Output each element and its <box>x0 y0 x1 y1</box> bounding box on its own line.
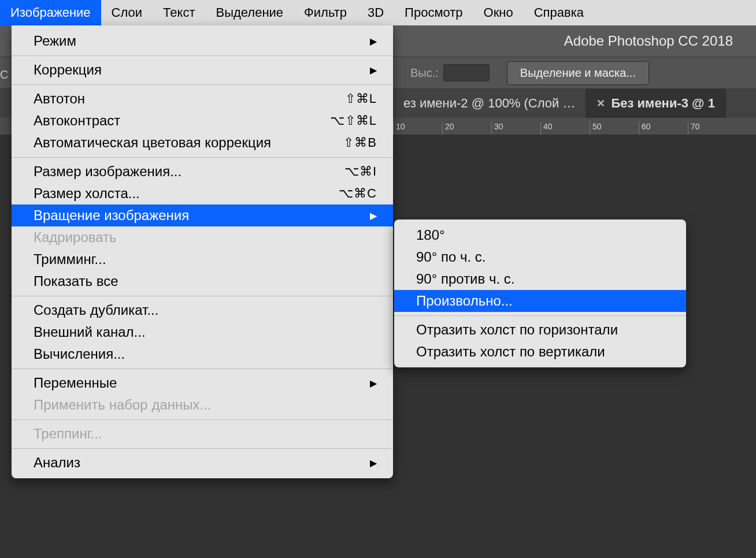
menu-item-shortcut: ⌥⌘C <box>339 186 377 201</box>
menu-item[interactable]: Переменные▶ <box>12 372 393 394</box>
submenu-item[interactable]: Отразить холст по вертикали <box>394 341 686 363</box>
menu-item-shortcut: ⇧⌘B <box>343 135 377 150</box>
menu-item-label: Размер холста... <box>34 185 339 202</box>
menu-item-label: Применить набор данных... <box>34 397 377 413</box>
tab-label: ез имени-2 @ 100% (Слой … <box>403 96 575 111</box>
menubar-item-окно[interactable]: Окно <box>473 0 524 25</box>
ruler-tick: 60 <box>639 122 688 135</box>
menu-item[interactable]: Режим▶ <box>12 30 393 52</box>
menu-item-label: Внешний канал... <box>34 324 377 340</box>
menubar-item-3d[interactable]: 3D <box>357 0 394 25</box>
submenu-item[interactable]: Отразить холст по горизонтали <box>394 319 686 341</box>
menubar-item-справка[interactable]: Справка <box>524 0 594 25</box>
ruler-tick: 40 <box>540 122 590 135</box>
select-and-mask-button[interactable]: Выделение и маска... <box>507 61 649 85</box>
submenu-item-label: 90° по ч. с. <box>416 249 670 265</box>
submenu-arrow-icon: ▶ <box>370 457 377 468</box>
menu-item[interactable]: Размер изображения...⌥⌘I <box>12 161 393 183</box>
ruler-tick: 30 <box>491 122 540 135</box>
submenu-item-label: Отразить холст по вертикали <box>416 344 670 360</box>
menubar: ИзображениеСлоиТекстВыделениеФильтр3DПро… <box>0 0 756 25</box>
rotation-submenu: 180°90° по ч. с.90° против ч. с.Произвол… <box>394 220 686 367</box>
submenu-item[interactable]: 180° <box>394 224 686 246</box>
menu-item: Кадрировать <box>12 226 393 248</box>
ruler-tick: 10 <box>393 122 442 135</box>
menu-item[interactable]: Показать все <box>12 270 393 292</box>
menu-item-label: Переменные <box>34 375 363 391</box>
image-menu-dropdown: Режим▶Коррекция▶Автотон⇧⌘LАвтоконтраст⌥⇧… <box>12 25 393 478</box>
submenu-item[interactable]: 90° против ч. с. <box>394 268 686 290</box>
menu-item-label: Автоконтраст <box>34 113 330 129</box>
menu-item-label: Показать все <box>34 273 377 289</box>
menubar-item-выделение[interactable]: Выделение <box>205 0 294 25</box>
menu-separator <box>12 154 393 161</box>
menu-item-label: Создать дубликат... <box>34 302 377 318</box>
height-label: Выс.: <box>410 66 439 80</box>
submenu-item-label: Отразить холст по горизонтали <box>416 322 670 338</box>
menu-item-shortcut: ⇧⌘L <box>345 91 377 106</box>
height-input[interactable] <box>443 64 490 81</box>
submenu-item-label: 180° <box>416 227 670 243</box>
menu-separator <box>12 416 393 423</box>
menu-item[interactable]: Размер холста...⌥⌘C <box>12 183 393 204</box>
submenu-item-label: 90° против ч. с. <box>416 271 670 287</box>
menu-item-label: Вращение изображения <box>34 207 363 224</box>
menu-separator <box>12 81 393 88</box>
menu-item-shortcut: ⌥⇧⌘L <box>330 113 377 128</box>
menu-item-label: Режим <box>34 33 363 49</box>
submenu-arrow-icon: ▶ <box>370 36 377 47</box>
menubar-item-текст[interactable]: Текст <box>153 0 205 25</box>
menubar-item-фильтр[interactable]: Фильтр <box>294 0 357 25</box>
left-edge-fragment: С <box>0 68 8 81</box>
app-title: Adobe Photoshop CC 2018 <box>564 33 733 49</box>
menu-item[interactable]: Внешний канал... <box>12 321 393 343</box>
menubar-item-изображение[interactable]: Изображение <box>0 0 101 25</box>
close-icon[interactable]: ✕ <box>596 97 605 110</box>
submenu-arrow-icon: ▶ <box>370 210 377 221</box>
menu-item: Применить набор данных... <box>12 394 393 416</box>
menu-item[interactable]: Автоматическая цветовая коррекция⇧⌘B <box>12 132 393 154</box>
menubar-item-слои[interactable]: Слои <box>101 0 153 25</box>
submenu-arrow-icon: ▶ <box>370 65 377 76</box>
menu-item-label: Размер изображения... <box>34 163 344 180</box>
ruler-tick: 20 <box>442 122 491 135</box>
menu-separator <box>12 292 393 299</box>
document-tab-active[interactable]: ✕ Без имени-3 @ 1 <box>586 89 725 118</box>
menu-item-label: Кадрировать <box>34 229 377 245</box>
submenu-item[interactable]: 90° по ч. с. <box>394 246 686 268</box>
menu-item[interactable]: Коррекция▶ <box>12 59 393 81</box>
submenu-item-label: Произвольно... <box>416 293 670 309</box>
menu-item[interactable]: Создать дубликат... <box>12 299 393 321</box>
menu-item-label: Тримминг... <box>34 251 377 267</box>
menu-item[interactable]: Автоконтраст⌥⇧⌘L <box>12 110 393 132</box>
tab-label: Без имени-3 @ 1 <box>611 96 714 111</box>
menu-separator <box>12 52 393 59</box>
ruler-tick: 50 <box>590 122 639 135</box>
menu-item[interactable]: Тримминг... <box>12 248 393 270</box>
submenu-arrow-icon: ▶ <box>370 378 377 389</box>
menu-item[interactable]: Анализ▶ <box>12 452 393 474</box>
menu-item-label: Анализ <box>34 455 363 471</box>
menu-item[interactable]: Автотон⇧⌘L <box>12 88 393 110</box>
menu-item-label: Треппинг... <box>34 426 377 442</box>
menu-item[interactable]: Вычисления... <box>12 343 393 365</box>
ruler-tick: 70 <box>688 122 737 135</box>
submenu-item[interactable]: Произвольно... <box>394 290 686 312</box>
menu-item-label: Коррекция <box>34 62 363 78</box>
menu-separator <box>12 445 393 452</box>
menu-item-shortcut: ⌥⌘I <box>344 164 377 179</box>
menu-separator <box>394 312 686 319</box>
menu-item: Треппинг... <box>12 423 393 445</box>
menu-item-label: Вычисления... <box>34 346 377 362</box>
menu-item-label: Автотон <box>34 91 345 107</box>
menu-separator <box>12 365 393 372</box>
menu-item-label: Автоматическая цветовая коррекция <box>34 135 343 151</box>
document-tab[interactable]: ез имени-2 @ 100% (Слой … <box>393 89 586 118</box>
menu-item[interactable]: Вращение изображения▶ <box>12 204 393 226</box>
menubar-item-просмотр[interactable]: Просмотр <box>394 0 473 25</box>
